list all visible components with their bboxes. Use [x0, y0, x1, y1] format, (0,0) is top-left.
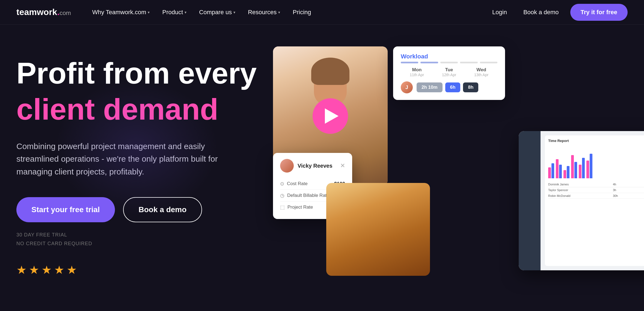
- bar-seg-3: [440, 62, 458, 63]
- date-wed: Wed 13th Apr: [474, 67, 488, 77]
- popup-person-info: Vicky Reeves: [280, 159, 333, 173]
- chevron-down-icon: ▾: [233, 10, 235, 14]
- date-mon: Mon 11th Apr: [410, 67, 424, 77]
- workload-dates: Mon 11th Apr Tue 12th Apr Wed 13th Apr: [401, 67, 497, 77]
- bar-pink-3: [563, 170, 566, 178]
- bar-group-2: [556, 159, 562, 178]
- laptop-table-row-3: Robin McDonald 30h: [548, 193, 644, 199]
- hero-right: Workload Mon 11th Apr Tue 12th Apr Wed: [273, 46, 628, 295]
- laptop-data-table: Dominik James 4h Taylor Spencer 3h Robin…: [548, 182, 644, 199]
- nav-item-resources[interactable]: Resources ▾: [243, 6, 285, 19]
- start-trial-button[interactable]: Start your free trial: [16, 197, 115, 222]
- workload-chip-3: 8h: [463, 82, 478, 92]
- chevron-down-icon: ▾: [148, 10, 150, 14]
- book-demo-hero-button[interactable]: Book a demo: [123, 197, 202, 222]
- workload-chip-2: 6h: [445, 82, 461, 92]
- chevron-down-icon: ▾: [278, 10, 280, 14]
- bar-group-1: [548, 163, 554, 178]
- laptop-content: Time Report: [541, 131, 644, 270]
- workload-title: Workload: [401, 53, 497, 60]
- billable-rate-icon: ◷: [280, 192, 284, 199]
- workload-chip-1: 2h 10m: [417, 82, 443, 92]
- laptop-table-row-1: Dominik James 4h: [548, 182, 644, 187]
- bar-blue-2: [559, 165, 562, 178]
- star-1: ★: [16, 263, 27, 277]
- star-4: ★: [54, 263, 64, 277]
- star-half: ★: [67, 263, 77, 277]
- popup-header: Vicky Reeves ✕: [280, 159, 345, 173]
- nav-item-compare[interactable]: Compare us ▾: [194, 6, 240, 19]
- bar-seg-1: [401, 62, 418, 63]
- project-rate-icon: ⬚: [280, 204, 285, 210]
- hero-buttons: Start your free trial Book a demo: [16, 197, 262, 222]
- hero-left: Profit from every client demand Combinin…: [16, 46, 262, 295]
- hero-secondary-photo: [326, 183, 430, 276]
- date-tue: Tue 12th Apr: [442, 67, 456, 77]
- bar-blue-5: [582, 158, 585, 178]
- book-demo-nav-button[interactable]: Book a demo: [517, 6, 565, 19]
- time-report-title: Time Report: [548, 139, 644, 143]
- photo-person-glasses: [326, 183, 430, 276]
- try-free-button[interactable]: Try it for free: [570, 4, 628, 21]
- bar-blue-4: [574, 162, 577, 178]
- bar-pink-5: [579, 165, 581, 178]
- bar-group-4: [571, 155, 577, 178]
- workload-avatar: J: [401, 81, 413, 93]
- free-trial-label: 30 DAY FREE TRIAL: [16, 230, 262, 239]
- popup-person-name: Vicky Reeves: [298, 163, 333, 169]
- nav-item-product[interactable]: Product ▾: [157, 6, 191, 19]
- laptop-td-name: Robin McDonald: [548, 194, 613, 197]
- laptop-sidebar: [519, 131, 541, 270]
- star-3: ★: [41, 263, 52, 277]
- hero-fine-print: 30 DAY FREE TRIAL NO CREDIT CARD REQUIRE…: [16, 230, 262, 248]
- workload-chips: 2h 10m 6h 8h: [417, 82, 497, 92]
- bar-seg-5: [480, 62, 497, 63]
- time-report-bars: [548, 146, 644, 178]
- laptop-td-hours: 3h: [613, 188, 644, 192]
- nav-item-pricing[interactable]: Pricing: [288, 6, 316, 19]
- bar-pink-4: [571, 155, 574, 178]
- hero-stars: ★ ★ ★ ★ ★: [16, 263, 262, 277]
- laptop-td-hours: 4h: [613, 183, 644, 186]
- bar-pink-2: [556, 159, 559, 178]
- no-credit-card-label: NO CREDIT CARD REQUIRED: [16, 239, 262, 248]
- popup-avatar: [280, 159, 294, 173]
- cost-rate-icon: ⊙: [280, 181, 284, 187]
- hero-subtitle: Combining powerful project management an…: [16, 140, 224, 178]
- workload-card: Workload Mon 11th Apr Tue 12th Apr Wed: [393, 46, 505, 100]
- bar-group-5: [579, 158, 585, 178]
- time-report-laptop-card: Time Report: [519, 131, 644, 270]
- laptop-table-row-2: Taylor Spencer 3h: [548, 187, 644, 193]
- time-report-chart: Time Report: [545, 135, 644, 266]
- hero-title-line1: Profit from every: [16, 57, 262, 89]
- bar-group-6: [586, 154, 592, 178]
- bar-pink-6: [586, 161, 589, 178]
- laptop-td-name: Taylor Spencer: [548, 188, 613, 192]
- bar-seg-2: [420, 62, 438, 63]
- bar-blue-3: [567, 166, 569, 178]
- laptop-screen: Time Report: [519, 131, 644, 270]
- star-2: ★: [29, 263, 39, 277]
- navbar: teamwork.com Why Teamwork.com ▾ Product …: [0, 0, 644, 25]
- logo-text: teamwork.com: [16, 7, 71, 17]
- bar-blue-1: [551, 163, 554, 178]
- chevron-down-icon: ▾: [185, 10, 186, 14]
- bar-seg-4: [460, 62, 477, 63]
- play-video-button[interactable]: [313, 98, 348, 134]
- laptop-td-hours: 30h: [613, 194, 644, 197]
- bar-blue-6: [590, 154, 592, 178]
- workload-user-row: J 2h 10m 6h 8h: [401, 81, 497, 93]
- hero-section: Profit from every client demand Combinin…: [0, 25, 644, 311]
- bar-group-3: [563, 166, 569, 178]
- nav-items: Why Teamwork.com ▾ Product ▾ Compare us …: [87, 6, 487, 19]
- laptop-td-name: Dominik James: [548, 183, 613, 186]
- workload-progress-bar: [401, 62, 497, 63]
- logo[interactable]: teamwork.com: [16, 7, 71, 17]
- nav-right: Login Book a demo Try it for free: [487, 4, 628, 21]
- login-link[interactable]: Login: [487, 6, 512, 19]
- hero-title-line2: client demand: [16, 92, 262, 126]
- bar-pink-1: [548, 167, 551, 178]
- nav-item-why[interactable]: Why Teamwork.com ▾: [87, 6, 155, 19]
- popup-close-button[interactable]: ✕: [340, 162, 345, 169]
